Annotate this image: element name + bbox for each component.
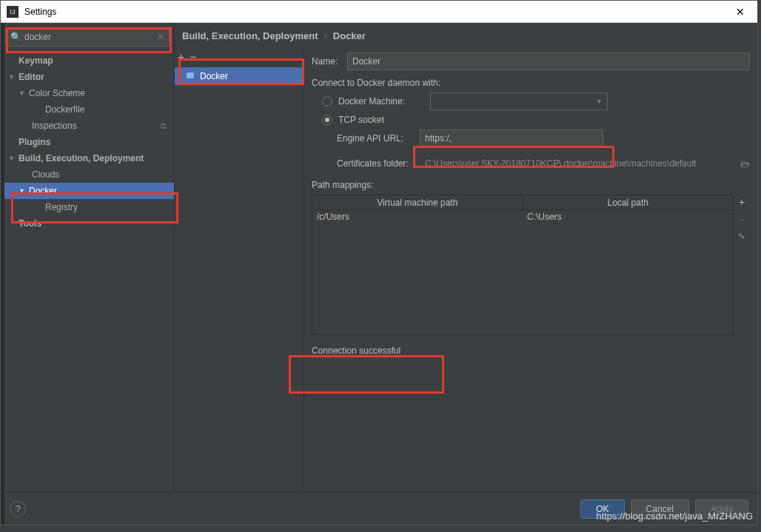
col-vm-path[interactable]: Virtual machine path: [312, 195, 523, 209]
breadcrumb: Build, Execution, Deployment › Docker: [175, 23, 757, 48]
tree-docker[interactable]: ▼Docker: [1, 183, 174, 199]
app-icon: IJ: [7, 6, 19, 18]
name-label: Name:: [312, 56, 347, 67]
docker-machine-combo[interactable]: ▼: [430, 92, 608, 110]
chevron-down-icon: ▼: [596, 98, 603, 105]
chevron-down-icon: ▼: [8, 155, 19, 162]
copy-icon: ⧉: [161, 121, 167, 131]
connection-status: Connection successful: [312, 346, 750, 356]
search-icon: 🔍: [10, 32, 21, 42]
cert-input[interactable]: [420, 155, 736, 172]
path-mappings-label: Path mappings:: [312, 180, 750, 190]
chevron-down-icon: ▼: [19, 187, 29, 195]
radio-icon: [322, 115, 332, 125]
settings-tree: Keymap ▼Editor ▼Color Scheme Dockerfile …: [1, 51, 174, 492]
engine-url-label: Engine API URL:: [337, 133, 420, 144]
window-title: Settings: [24, 7, 729, 17]
docker-icon: [185, 73, 195, 80]
cell-local: C:\Users: [523, 210, 733, 223]
breadcrumb-leaf: Docker: [333, 30, 366, 41]
engine-url-input[interactable]: [420, 129, 603, 147]
tree-clouds[interactable]: Clouds: [1, 166, 174, 183]
search-text: docker: [24, 32, 157, 42]
breadcrumb-root[interactable]: Build, Execution, Deployment: [182, 30, 318, 41]
docker-machine-label: Docker Machine:: [338, 96, 430, 107]
add-icon[interactable]: +: [178, 50, 184, 63]
search-input[interactable]: 🔍 docker ✕: [5, 27, 170, 47]
connect-title: Connect to Docker daemon with:: [312, 78, 750, 88]
tree-dockerfile[interactable]: Dockerfile: [1, 101, 174, 118]
tree-inspections[interactable]: Inspections⧉: [1, 118, 174, 134]
name-input[interactable]: [347, 53, 750, 70]
tree-bed[interactable]: ▼Build, Execution, Deployment: [1, 150, 174, 166]
help-button[interactable]: ?: [10, 501, 26, 517]
watermark: https://blog.csdn.net/java_MrZHANG: [596, 511, 753, 522]
settings-sidebar: 🔍 docker ✕ Keymap ▼Editor ▼Color Scheme …: [1, 23, 175, 492]
docker-list: + − Docker: [175, 48, 304, 492]
radio-docker-machine[interactable]: Docker Machine: ▼: [322, 92, 750, 110]
add-icon[interactable]: +: [739, 196, 745, 208]
docker-form: Name: Connect to Docker daemon with: Doc…: [304, 48, 757, 492]
path-mappings-table: Virtual machine path Local path /c/Users…: [312, 195, 734, 335]
clear-icon[interactable]: ✕: [157, 32, 164, 42]
titlebar: IJ Settings ✕: [1, 1, 757, 23]
radio-icon: [322, 96, 332, 107]
col-local-path[interactable]: Local path: [523, 195, 734, 209]
remove-icon[interactable]: −: [739, 214, 745, 226]
radio-tcp-socket[interactable]: TCP socket: [322, 115, 750, 125]
cert-label: Certificates folder:: [337, 158, 420, 169]
chevron-right-icon: ›: [323, 30, 326, 41]
folder-icon[interactable]: 🗁: [740, 158, 750, 169]
tree-tools[interactable]: Tools: [1, 215, 174, 232]
tcp-socket-label: TCP socket: [338, 115, 384, 125]
docker-list-label: Docker: [200, 71, 228, 81]
chevron-down-icon: ▼: [8, 73, 19, 81]
tree-editor[interactable]: ▼Editor: [1, 69, 174, 85]
table-row[interactable]: /c/Users C:\Users: [312, 210, 733, 223]
chevron-down-icon: ▼: [19, 90, 29, 97]
edit-icon[interactable]: ✎: [738, 232, 745, 242]
tree-color-scheme[interactable]: ▼Color Scheme: [1, 85, 174, 101]
tree-keymap[interactable]: Keymap: [1, 53, 174, 69]
close-icon[interactable]: ✕: [729, 6, 751, 18]
remove-icon[interactable]: −: [190, 50, 197, 63]
tree-registry[interactable]: Registry: [1, 199, 174, 215]
cell-vm: /c/Users: [312, 210, 523, 223]
docker-list-item[interactable]: Docker: [175, 67, 304, 85]
tree-plugins[interactable]: Plugins: [1, 134, 174, 150]
